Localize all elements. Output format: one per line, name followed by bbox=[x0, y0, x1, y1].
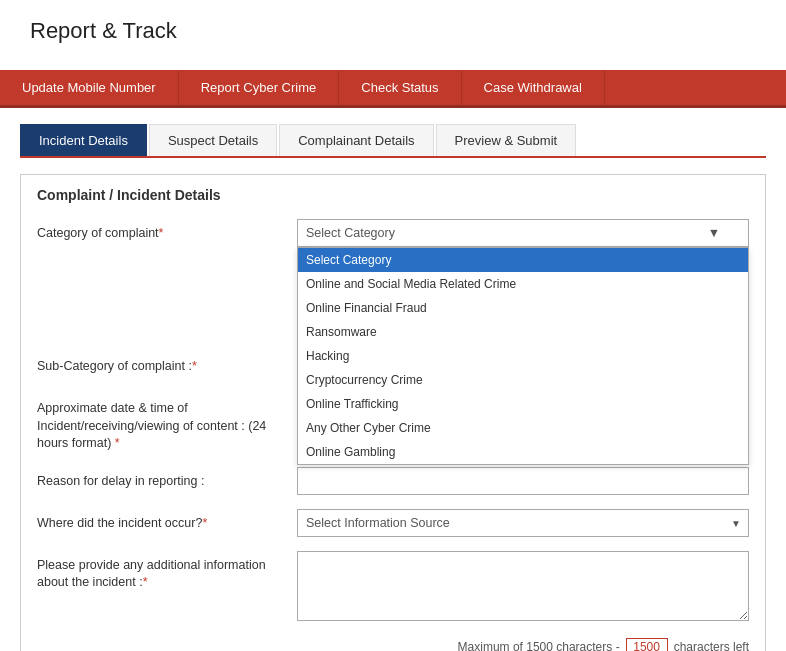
tab-complainant-details[interactable]: Complainant Details bbox=[279, 124, 433, 156]
sub-category-label: Sub-Category of complaint :* bbox=[37, 352, 297, 376]
additional-info-textarea[interactable] bbox=[297, 551, 749, 621]
dropdown-arrow-icon: ▼ bbox=[708, 226, 720, 240]
char-count-label: Maximum of 1500 characters - bbox=[458, 640, 620, 652]
category-dropdown-list: Select Category Online and Social Media … bbox=[297, 247, 749, 465]
dropdown-option-other-cyber[interactable]: Any Other Cyber Crime bbox=[298, 416, 748, 440]
nav-case-withdrawal[interactable]: Case Withdrawal bbox=[462, 70, 605, 105]
tab-incident-details[interactable]: Incident Details bbox=[20, 124, 147, 156]
form-section: Complaint / Incident Details Category of… bbox=[20, 174, 766, 651]
top-nav: Update Mobile Number Report Cyber Crime … bbox=[0, 70, 786, 108]
nav-check-status[interactable]: Check Status bbox=[339, 70, 461, 105]
dropdown-option-social-media[interactable]: Online and Social Media Related Crime bbox=[298, 272, 748, 296]
dropdown-option-hacking[interactable]: Hacking bbox=[298, 344, 748, 368]
page-container: Report & Track Update Mobile Number Repo… bbox=[0, 0, 786, 651]
delay-label: Reason for delay in reporting : bbox=[37, 467, 297, 491]
tab-preview-submit[interactable]: Preview & Submit bbox=[436, 124, 577, 156]
nav-report-cyber[interactable]: Report Cyber Crime bbox=[179, 70, 340, 105]
page-title: Report & Track bbox=[30, 18, 756, 44]
incident-location-select-wrapper: Select Information Source ▼ bbox=[297, 509, 749, 537]
section-title: Complaint / Incident Details bbox=[37, 187, 749, 203]
dropdown-option-select[interactable]: Select Category bbox=[298, 248, 748, 272]
category-row: Category of complaint* Select Category ▼… bbox=[37, 219, 749, 247]
category-dropdown-container: Select Category ▼ Select Category Online… bbox=[297, 219, 749, 247]
nav-update-mobile[interactable]: Update Mobile Number bbox=[0, 70, 179, 105]
dropdown-option-ransomware[interactable]: Ransomware bbox=[298, 320, 748, 344]
category-label: Category of complaint* bbox=[37, 219, 297, 243]
char-count-row: Maximum of 1500 characters - 1500 charac… bbox=[37, 638, 749, 652]
delay-row: Reason for delay in reporting : bbox=[37, 467, 749, 495]
dropdown-option-financial-fraud[interactable]: Online Financial Fraud bbox=[298, 296, 748, 320]
tab-suspect-details[interactable]: Suspect Details bbox=[149, 124, 277, 156]
incident-location-select[interactable]: Select Information Source bbox=[297, 509, 749, 537]
dropdown-option-cryptocurrency[interactable]: Cryptocurrency Crime bbox=[298, 368, 748, 392]
additional-info-label: Please provide any additional informatio… bbox=[37, 551, 297, 592]
additional-info-control bbox=[297, 551, 749, 624]
page-header: Report & Track bbox=[0, 0, 786, 70]
datetime-label: Approximate date & time of Incident/rece… bbox=[37, 394, 297, 453]
dropdown-option-gambling[interactable]: Online Gambling bbox=[298, 440, 748, 464]
chars-left-label: characters left bbox=[674, 640, 749, 652]
chars-left-value: 1500 bbox=[626, 638, 668, 652]
incident-location-row: Where did the incident occur?* Select In… bbox=[37, 509, 749, 537]
incident-location-label: Where did the incident occur?* bbox=[37, 509, 297, 533]
delay-input[interactable] bbox=[297, 467, 749, 495]
incident-location-control: Select Information Source ▼ bbox=[297, 509, 749, 537]
additional-info-row: Please provide any additional informatio… bbox=[37, 551, 749, 624]
dropdown-option-trafficking[interactable]: Online Trafficking bbox=[298, 392, 748, 416]
delay-control bbox=[297, 467, 749, 495]
category-select[interactable]: Select Category ▼ bbox=[297, 219, 749, 247]
inner-tabs: Incident Details Suspect Details Complai… bbox=[20, 124, 766, 158]
